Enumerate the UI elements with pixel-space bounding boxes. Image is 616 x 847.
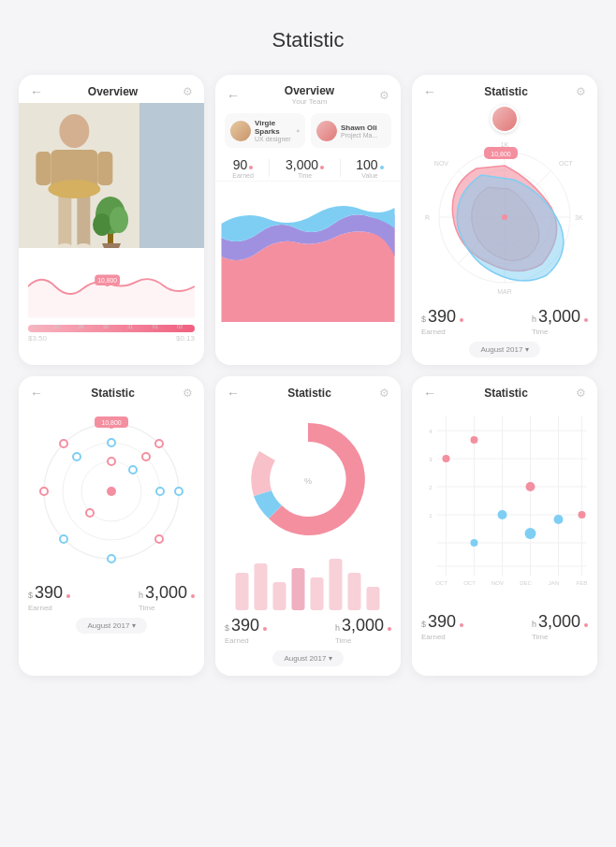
card1-title: Overview <box>88 85 138 98</box>
svg-point-47 <box>60 535 67 543</box>
card4-header: ← Statistic ⚙ <box>19 376 204 404</box>
svg-point-88 <box>554 515 564 524</box>
svg-text:OCT: OCT <box>559 160 574 167</box>
page-title: Statistic <box>19 19 597 52</box>
svg-point-54 <box>108 458 115 465</box>
member-icon-1: ▪ <box>296 125 300 136</box>
august-btn-5[interactable]: August 2017 ▾ <box>272 650 343 666</box>
dot-earned-5 <box>263 627 267 631</box>
svg-point-11 <box>93 213 111 236</box>
val-time-4: 3,000 <box>145 583 187 603</box>
card5-header: ← Statistic ⚙ <box>215 376 401 404</box>
member-info-1: Virgie Sparks UX designer <box>255 119 292 142</box>
card1-header: ← Overview ⚙ <box>19 75 204 103</box>
stat-group-time-5: h 3,000 Time <box>335 616 391 645</box>
member-name-2: Shawn Oli <box>341 124 377 132</box>
sup-earned-6: $ <box>421 620 426 629</box>
photo-area <box>19 103 204 248</box>
august-btn-4[interactable]: August 2017 ▾ <box>76 618 146 634</box>
member-info-2: Shawn Oli Project Ma... <box>341 124 377 139</box>
svg-point-48 <box>40 488 48 495</box>
sup-time-6: h <box>532 620 536 629</box>
svg-point-56 <box>86 509 94 517</box>
val-time-6: 3,000 <box>538 612 580 632</box>
svg-point-57 <box>107 487 116 496</box>
stat-left: $3.50 <box>28 334 47 343</box>
cards-grid: ← Overview ⚙ <box>19 75 597 676</box>
svg-rect-64 <box>273 582 286 610</box>
card4-title: Statistic <box>91 387 135 400</box>
dot-earned-6 <box>460 623 463 627</box>
svg-point-55 <box>129 466 137 474</box>
svg-text:DEC: DEC <box>520 580 532 586</box>
gear-icon-5[interactable]: ⚙ <box>379 387 389 400</box>
back-arrow-5[interactable]: ← <box>227 386 240 401</box>
stat-group-time-3: h 3,000 Time <box>532 307 588 336</box>
card2-header: ← Overview Your Team ⚙ <box>215 75 401 108</box>
svg-point-85 <box>579 511 586 518</box>
svg-point-89 <box>471 539 478 547</box>
lbl-time-4: Time <box>139 604 195 612</box>
svg-text:NOV: NOV <box>434 160 449 167</box>
august-btn-3[interactable]: August 2017 ▾ <box>469 342 539 358</box>
svg-point-83 <box>471 436 478 444</box>
card3-header: ← Statistic ⚙ <box>412 75 597 103</box>
stat-lbl-time: Time <box>286 172 324 179</box>
stat-group-time-6: h 3,000 Time <box>532 612 588 641</box>
sup-time-3: h <box>532 314 536 324</box>
sup-earned-5: $ <box>225 623 229 633</box>
svg-text:OCT: OCT <box>435 580 447 586</box>
stats-bar-2: 90 Earned 3,000 Time 100 Value <box>215 153 401 182</box>
member-role-1: UX designer <box>255 136 292 142</box>
svg-rect-66 <box>311 577 324 610</box>
back-arrow[interactable]: ← <box>30 84 43 99</box>
svg-text:MAR: MAR <box>497 288 512 295</box>
svg-rect-63 <box>255 563 268 610</box>
lbl-time-3: Time <box>532 328 588 336</box>
back-arrow-2[interactable]: ← <box>227 88 240 103</box>
card-overview-team: ← Overview Your Team ⚙ Virgie Sparks <box>215 75 401 365</box>
donut-chart-area: % <box>215 404 401 554</box>
back-arrow-4[interactable]: ← <box>30 386 43 401</box>
svg-rect-68 <box>348 573 361 610</box>
svg-text:29: 29 <box>78 324 83 329</box>
team-row: Virgie Sparks UX designer ▪ Shawn Oli Pr… <box>215 108 401 153</box>
sup-earned-4: $ <box>28 591 33 600</box>
gear-icon[interactable]: ⚙ <box>183 85 193 98</box>
svg-text:APR: APR <box>425 214 430 221</box>
svg-text:28: 28 <box>53 324 59 329</box>
svg-point-49 <box>60 440 67 447</box>
svg-rect-69 <box>367 587 380 610</box>
card2-wave <box>215 182 401 322</box>
avatar-3 <box>491 105 519 133</box>
svg-point-45 <box>155 535 163 543</box>
back-arrow-6[interactable]: ← <box>423 386 436 401</box>
radar-chart: 1K 3K MAR APR NOV OCT 10,800 <box>412 133 597 301</box>
card4-stats: $ 390 Earned h 3,000 Time <box>19 577 204 614</box>
svg-point-44 <box>175 488 183 495</box>
svg-point-46 <box>108 555 115 562</box>
svg-point-12 <box>110 207 128 233</box>
stat-group-earned-6: $ 390 Earned <box>421 612 463 641</box>
stat-val-earned: 90 <box>232 157 254 172</box>
gear-icon-3[interactable]: ⚙ <box>576 85 586 98</box>
svg-text:1K: 1K <box>501 141 509 148</box>
gear-icon-6[interactable]: ⚙ <box>576 387 586 400</box>
val-time-5: 3,000 <box>342 616 384 635</box>
svg-point-86 <box>498 510 507 519</box>
lbl-earned-4: Earned <box>28 604 70 612</box>
dot-time-4 <box>191 594 195 598</box>
gear-icon-4[interactable]: ⚙ <box>183 387 193 400</box>
card5-stats: $ 390 Earned h 3,000 Time <box>215 610 401 647</box>
stat-lbl-earned: Earned <box>232 172 254 179</box>
team-member-1: Virgie Sparks UX designer ▪ <box>225 113 305 148</box>
card-statistic-scatter: ← Statistic ⚙ <box>412 376 597 676</box>
svg-text:4: 4 <box>429 429 433 434</box>
stat-lbl-value: Value <box>356 172 383 179</box>
back-arrow-3[interactable]: ← <box>423 84 436 99</box>
svg-rect-5 <box>36 152 51 185</box>
svg-point-52 <box>156 488 164 495</box>
val-earned-3: 390 <box>428 307 456 327</box>
gear-icon-2[interactable]: ⚙ <box>379 89 389 102</box>
lbl-time-6: Time <box>532 633 588 641</box>
